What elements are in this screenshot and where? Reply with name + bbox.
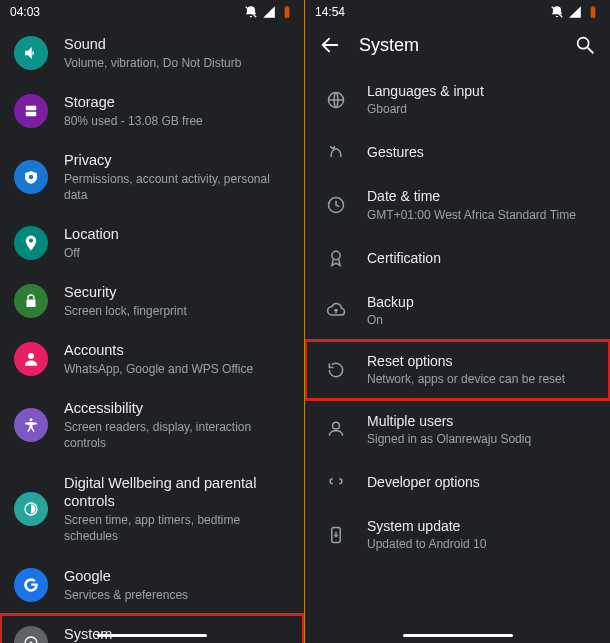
svg-rect-2: [286, 6, 288, 7]
row-texts: Accounts WhatsApp, Google and WPS Office: [64, 341, 290, 377]
certification-icon: [325, 247, 347, 269]
settings-list: Sound Volume, vibration, Do Not Disturb …: [0, 24, 304, 643]
system-icon: [14, 626, 48, 643]
row-texts: Security Screen lock, fingerprint: [64, 283, 290, 319]
row-sub: Services & preferences: [64, 587, 290, 603]
svg-point-22: [333, 423, 340, 430]
svg-rect-15: [591, 7, 596, 17]
row-label: Date & time: [367, 187, 596, 205]
row-sub: Screen lock, fingerprint: [64, 303, 290, 319]
row-label: Gestures: [367, 143, 596, 161]
row-texts: Location Off: [64, 225, 290, 261]
google-icon: [14, 568, 48, 602]
accessibility-icon: [14, 408, 48, 442]
svg-rect-1: [285, 7, 290, 17]
settings-row-security[interactable]: Security Screen lock, fingerprint: [0, 272, 304, 330]
status-bar: 14:54: [305, 0, 610, 24]
svg-rect-6: [27, 300, 36, 308]
row-texts: Accessibility Screen readers, display, i…: [64, 399, 290, 451]
settings-row-google[interactable]: Google Services & preferences: [0, 556, 304, 614]
row-texts: System update Updated to Android 10: [367, 517, 596, 552]
row-label: Accessibility: [64, 399, 290, 418]
svg-rect-4: [26, 112, 37, 117]
system-row-system-update[interactable]: System update Updated to Android 10: [305, 505, 610, 564]
nav-handle[interactable]: [97, 634, 207, 637]
row-label: Location: [64, 225, 290, 244]
system-screen: 14:54 System Languages & input Gboard Ge…: [305, 0, 610, 643]
accounts-icon: [14, 342, 48, 376]
privacy-icon: [14, 160, 48, 194]
row-sub: On: [367, 312, 596, 328]
system-row-certification[interactable]: Certification: [305, 235, 610, 281]
row-label: Reset options: [367, 352, 596, 370]
row-sub: Screen time, app timers, bedtime schedul…: [64, 512, 290, 544]
row-texts: Languages & input Gboard: [367, 82, 596, 117]
row-texts: Sound Volume, vibration, Do Not Disturb: [64, 35, 290, 71]
settings-row-accounts[interactable]: Accounts WhatsApp, Google and WPS Office: [0, 330, 304, 388]
row-texts: Digital Wellbeing and parental controls …: [64, 474, 290, 545]
gestures-icon: [325, 141, 347, 163]
row-texts: Privacy Permissions, account activity, p…: [64, 151, 290, 203]
row-label: Multiple users: [367, 412, 596, 430]
system-row-multiple-users[interactable]: Multiple users Signed in as Olanrewaju S…: [305, 400, 610, 459]
system-update-icon: [325, 524, 347, 546]
settings-row-system[interactable]: System Languages, gestures, time, backup: [0, 614, 304, 643]
settings-row-sound[interactable]: Sound Volume, vibration, Do Not Disturb: [0, 24, 304, 82]
row-label: Security: [64, 283, 290, 302]
row-label: Sound: [64, 35, 290, 54]
row-texts: Google Services & preferences: [64, 567, 290, 603]
status-time: 14:54: [315, 5, 345, 19]
row-label: Accounts: [64, 341, 290, 360]
system-row-reset-options[interactable]: Reset options Network, apps or device ca…: [305, 340, 610, 399]
row-label: Certification: [367, 249, 596, 267]
row-sub: Updated to Android 10: [367, 536, 596, 552]
svg-line-18: [588, 48, 594, 54]
signal-icon: [262, 5, 276, 19]
row-label: Google: [64, 567, 290, 586]
status-bar: 04:03: [0, 0, 304, 24]
row-sub: Permissions, account activity, personal …: [64, 171, 290, 203]
page-title: System: [359, 35, 556, 56]
status-icons: [550, 5, 600, 19]
system-row-backup[interactable]: Backup On: [305, 281, 610, 340]
settings-row-storage[interactable]: Storage 80% used - 13.08 GB free: [0, 82, 304, 140]
dnd-icon: [550, 5, 564, 19]
row-sub: Screen readers, display, interaction con…: [64, 419, 290, 451]
location-icon: [14, 226, 48, 260]
system-row-languages[interactable]: Languages & input Gboard: [305, 70, 610, 129]
row-texts: Gestures: [367, 143, 596, 161]
system-row-developer-options[interactable]: Developer options: [305, 459, 610, 505]
status-icons: [244, 5, 294, 19]
row-sub: Gboard: [367, 101, 596, 117]
svg-rect-3: [26, 106, 37, 111]
svg-rect-16: [592, 6, 594, 7]
settings-row-privacy[interactable]: Privacy Permissions, account activity, p…: [0, 140, 304, 214]
row-label: Developer options: [367, 473, 596, 491]
row-texts: Backup On: [367, 293, 596, 328]
row-sub: Off: [64, 245, 290, 261]
svg-point-17: [578, 38, 589, 49]
svg-point-8: [30, 419, 33, 422]
dnd-icon: [244, 5, 258, 19]
status-time: 04:03: [10, 5, 40, 19]
row-label: Storage: [64, 93, 290, 112]
system-row-gestures[interactable]: Gestures: [305, 129, 610, 175]
settings-row-digital-wellbeing[interactable]: Digital Wellbeing and parental controls …: [0, 463, 304, 556]
reset-icon: [325, 359, 347, 381]
settings-screen: 04:03 Sound Volume, vibration, Do Not Di…: [0, 0, 305, 643]
svg-point-5: [29, 175, 34, 180]
search-button[interactable]: [574, 34, 596, 56]
back-button[interactable]: [319, 34, 341, 56]
row-sub: WhatsApp, Google and WPS Office: [64, 361, 290, 377]
app-bar: System: [305, 24, 610, 70]
users-icon: [325, 418, 347, 440]
row-label: Privacy: [64, 151, 290, 170]
clock-icon: [325, 194, 347, 216]
system-row-date-time[interactable]: Date & time GMT+01:00 West Africa Standa…: [305, 175, 610, 234]
settings-row-accessibility[interactable]: Accessibility Screen readers, display, i…: [0, 388, 304, 462]
cloud-upload-icon: [325, 299, 347, 321]
battery-icon: [586, 5, 600, 19]
row-texts: Storage 80% used - 13.08 GB free: [64, 93, 290, 129]
nav-handle[interactable]: [403, 634, 513, 637]
settings-row-location[interactable]: Location Off: [0, 214, 304, 272]
